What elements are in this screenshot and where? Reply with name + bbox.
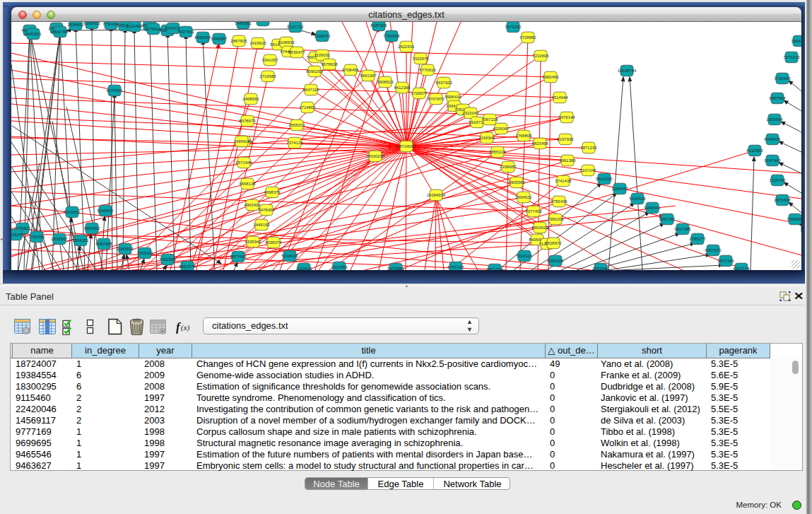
svg-text:6707197: 6707197	[447, 265, 464, 269]
svg-text:8082668: 8082668	[95, 242, 112, 246]
svg-text:7637601: 7637601	[177, 30, 194, 34]
svg-text:9961380: 9961380	[559, 158, 576, 163]
svg-text:5418934: 5418934	[629, 197, 646, 201]
svg-text:4823498: 4823498	[531, 141, 548, 146]
svg-text:8707870: 8707870	[428, 97, 445, 101]
svg-text:3342608: 3342608	[254, 22, 271, 23]
svg-text:2867825: 2867825	[230, 39, 247, 43]
svg-text:4337174: 4337174	[733, 267, 750, 270]
svg-text:1009594: 1009594	[766, 117, 783, 122]
svg-text:6770619: 6770619	[419, 68, 436, 72]
svg-text:3728882: 3728882	[519, 35, 536, 40]
svg-text:2694522: 2694522	[515, 195, 532, 199]
svg-text:2785277: 2785277	[689, 237, 706, 241]
svg-text:4335942: 4335942	[245, 240, 261, 244]
svg-text:1326765: 1326765	[769, 178, 786, 182]
svg-text:2839607: 2839607	[51, 237, 68, 241]
svg-text:16648784: 16648784	[618, 69, 637, 73]
svg-text:3997281: 3997281	[659, 217, 676, 221]
svg-text:8090293: 8090293	[306, 69, 323, 74]
svg-text:6960453: 6960453	[542, 75, 559, 79]
svg-text:7455324: 7455324	[136, 251, 153, 255]
svg-text:9996414: 9996414	[445, 95, 461, 99]
svg-text:3564217: 3564217	[791, 39, 801, 43]
svg-text:5437923: 5437923	[435, 81, 452, 85]
svg-text:2338687: 2338687	[500, 165, 517, 169]
svg-text:3871230: 3871230	[580, 146, 597, 150]
svg-text:1419610: 1419610	[249, 41, 266, 45]
svg-text:3341057: 3341057	[261, 58, 278, 62]
svg-text:9517485: 9517485	[674, 227, 691, 231]
svg-text:3396987: 3396987	[211, 37, 228, 41]
svg-text:2876828: 2876828	[774, 198, 791, 202]
svg-text:6708456: 6708456	[342, 68, 359, 72]
svg-text:6007072: 6007072	[705, 248, 722, 252]
svg-text:1538552: 1538552	[67, 23, 84, 27]
svg-text:2921859: 2921859	[331, 265, 348, 269]
svg-text:18300295: 18300295	[366, 154, 385, 158]
svg-text:2714803: 2714803	[299, 105, 316, 110]
svg-text:2110460: 2110460	[126, 24, 143, 28]
svg-text:2525206: 2525206	[11, 233, 24, 237]
svg-text:1790481: 1790481	[28, 235, 45, 239]
svg-text:1054447: 1054447	[611, 187, 628, 191]
svg-text:2065818: 2065818	[117, 247, 134, 251]
svg-text:1445199: 1445199	[253, 223, 270, 227]
svg-text:3678638: 3678638	[321, 62, 338, 66]
svg-text:8698256: 8698256	[194, 35, 211, 40]
svg-text:4903402: 4903402	[244, 203, 261, 207]
svg-text:5108603: 5108603	[278, 40, 295, 45]
svg-text:4679591: 4679591	[106, 88, 123, 93]
svg-text:3564251: 3564251	[72, 238, 89, 243]
svg-text:8215953: 8215953	[746, 148, 763, 153]
svg-text:2571945: 2571945	[235, 160, 252, 165]
svg-text:3684052: 3684052	[83, 226, 100, 230]
svg-text:5443951: 5443951	[235, 22, 252, 25]
svg-text:4842788: 4842788	[52, 30, 69, 34]
svg-text:6292423: 6292423	[83, 22, 100, 25]
svg-text:5663623: 5663623	[531, 226, 548, 230]
svg-text:6440561: 6440561	[25, 32, 42, 36]
svg-text:5218028: 5218028	[281, 254, 298, 258]
svg-text:8294150: 8294150	[547, 259, 564, 263]
svg-text:5855124: 5855124	[489, 150, 506, 154]
svg-text:3608513: 3608513	[377, 80, 394, 84]
svg-text:8755439: 8755439	[551, 199, 567, 204]
svg-text:7700828: 7700828	[383, 34, 400, 38]
svg-text:9517169: 9517169	[717, 259, 734, 263]
svg-text:1768805: 1768805	[515, 134, 532, 138]
svg-text:8078673: 8078673	[239, 119, 256, 123]
svg-text:9478454: 9478454	[258, 208, 275, 212]
svg-text:4612365: 4612365	[394, 86, 411, 90]
svg-text:4226067: 4226067	[493, 127, 510, 131]
svg-text:(x): (x)	[181, 323, 190, 332]
svg-text:19384554: 19384554	[427, 193, 446, 197]
svg-text:4698379: 4698379	[264, 190, 281, 194]
svg-text:1109031: 1109031	[314, 53, 331, 57]
svg-text:1192619: 1192619	[296, 267, 313, 270]
svg-text:5137722: 5137722	[287, 25, 304, 29]
svg-text:3320821: 3320821	[64, 210, 81, 214]
svg-text:9897858: 9897858	[769, 96, 786, 100]
svg-text:7089806: 7089806	[787, 217, 801, 221]
svg-text:7377459: 7377459	[525, 209, 542, 214]
svg-text:3653446: 3653446	[592, 267, 609, 270]
svg-text:9398441: 9398441	[644, 206, 661, 210]
svg-text:7073292: 7073292	[505, 25, 522, 29]
svg-text:7366205: 7366205	[547, 217, 564, 221]
svg-text:7374122: 7374122	[286, 141, 303, 145]
svg-text:18724007: 18724007	[397, 144, 416, 148]
svg-text:2622631: 2622631	[398, 45, 415, 49]
svg-text:2166941: 2166941	[478, 136, 495, 140]
svg-text:5528972: 5528972	[545, 241, 562, 245]
svg-text:8612220: 8612220	[596, 177, 613, 181]
svg-text:8852574: 8852574	[179, 264, 196, 269]
svg-text:5476583: 5476583	[387, 267, 404, 270]
svg-text:3710343: 3710343	[774, 76, 791, 81]
svg-text:4905582: 4905582	[508, 180, 525, 185]
svg-text:7022674: 7022674	[412, 57, 429, 61]
svg-text:2556017: 2556017	[288, 123, 305, 127]
svg-text:9548432: 9548432	[97, 209, 114, 213]
svg-text:5408072: 5408072	[314, 34, 331, 38]
svg-text:5479144: 5479144	[558, 115, 575, 119]
